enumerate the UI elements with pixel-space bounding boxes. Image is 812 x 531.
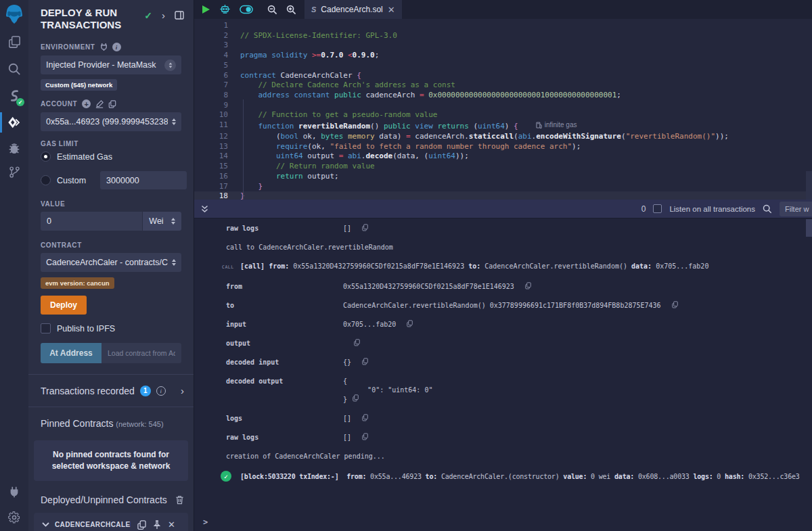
code-editor-region: S CadenceArch.sol ✕ 12// SPDX-License-Id…: [194, 0, 812, 200]
copy-account-icon[interactable]: [108, 100, 116, 108]
copy-icon[interactable]: [672, 301, 678, 308]
at-address-button[interactable]: At Address: [41, 343, 102, 363]
code-line[interactable]: 2// SPDX-License-Identifier: GPL-3.0: [194, 31, 812, 41]
code-line[interactable]: 3: [194, 41, 812, 51]
value-input[interactable]: [41, 212, 142, 231]
code-line[interactable]: 6contract CadenceArchCaler {: [194, 71, 812, 81]
copy-icon[interactable]: [407, 320, 413, 327]
terminal-row-value: [343, 339, 360, 348]
zoom-in-icon[interactable]: [286, 5, 296, 15]
block-log-text[interactable]: [block:5033220 txIndex:-] from: 0x55a...…: [240, 472, 800, 481]
toggle-icon[interactable]: [240, 5, 253, 14]
debugger-icon[interactable]: [0, 141, 28, 155]
copy-icon[interactable]: [362, 414, 368, 421]
environment-select[interactable]: Injected Provider - MetaMask: [41, 55, 181, 74]
deploy-button[interactable]: Deploy: [41, 296, 87, 315]
terminal-row-value: CadenceArchCaler.revertibleRandom() 0x37…: [343, 301, 678, 310]
copy-icon[interactable]: [362, 224, 368, 231]
close-contract-icon[interactable]: ✕: [168, 520, 175, 530]
copy-icon[interactable]: [353, 394, 359, 402]
file-explorer-icon[interactable]: [0, 35, 28, 49]
code-line[interactable]: 11 function revertibleRandom() public vi…: [194, 120, 812, 132]
custom-gas-input[interactable]: [100, 171, 187, 189]
line-number: 10: [194, 110, 238, 120]
code-line[interactable]: 10 // Function to get a pseudo-random va…: [194, 110, 812, 120]
value-unit-select[interactable]: Wei: [142, 212, 181, 231]
terminal-row-label: decoded input: [226, 358, 343, 367]
environment-info-icon[interactable]: i: [112, 43, 121, 51]
copy-icon[interactable]: [362, 433, 368, 440]
line-content: [238, 41, 240, 51]
account-select[interactable]: 0x55a...46923 (999.9999453238: [41, 112, 181, 131]
terminal-row: decoded input{}: [194, 358, 812, 367]
settings-icon[interactable]: [0, 511, 28, 524]
run-script-icon[interactable]: [201, 5, 210, 14]
call-tag: call: [222, 263, 240, 272]
code-line[interactable]: 5: [194, 61, 812, 71]
search-icon[interactable]: [0, 62, 28, 76]
code-line[interactable]: 16 return output;: [194, 172, 812, 182]
chevron-right-icon[interactable]: ›: [181, 385, 184, 396]
git-icon[interactable]: [0, 166, 28, 179]
terminal-filter-input[interactable]: [780, 202, 812, 216]
code-line[interactable]: 4pragma solidity >=0.7.0 <0.9.0;: [194, 51, 812, 61]
code-line[interactable]: 12 (bool ok, bytes memory data) = cadenc…: [194, 132, 812, 142]
copy-icon[interactable]: [354, 339, 360, 346]
custom-gas-radio[interactable]: [41, 175, 51, 185]
estimated-gas-label: Estimated Gas: [57, 152, 112, 162]
code-line[interactable]: 17 }: [194, 182, 812, 192]
custom-gas-label: Custom: [57, 176, 86, 185]
terminal-prompt[interactable]: >: [203, 517, 208, 527]
text-segment: address: [258, 91, 290, 99]
copy-icon[interactable]: [362, 358, 368, 365]
estimated-gas-radio[interactable]: [41, 152, 51, 162]
code-line[interactable]: 15 // Return random value: [194, 162, 812, 172]
code-line[interactable]: 8 address constant public cadenceArch = …: [194, 91, 812, 101]
publish-ipfs-checkbox[interactable]: [41, 323, 51, 333]
code-line[interactable]: 9: [194, 101, 812, 111]
transactions-info-icon[interactable]: i: [156, 386, 166, 396]
tab-cadencearch-sol[interactable]: S CadenceArch.sol ✕: [304, 0, 402, 19]
at-address-input[interactable]: [102, 343, 181, 363]
code-line[interactable]: 7 // Declare Cadence Arch's address as a…: [194, 80, 812, 91]
copy-address-icon[interactable]: [137, 520, 146, 530]
plugin-manager-icon[interactable]: [0, 485, 28, 499]
code-line[interactable]: 13 require(ok, "failed to fetch a random…: [194, 142, 812, 152]
solidity-file-icon: S: [311, 5, 316, 14]
contract-select[interactable]: CadenceArchCaler - contracts/Cac: [41, 253, 181, 272]
terminal-row-value: []: [343, 224, 368, 233]
deploy-run-icon[interactable]: [0, 115, 28, 130]
transactions-recorded-row[interactable]: Transactions recorded 1 i ›: [28, 375, 194, 407]
text-segment: (: [469, 122, 478, 131]
remixai-icon[interactable]: [219, 4, 231, 15]
pin-contract-icon[interactable]: [153, 520, 161, 530]
terminal-row: decoded output{ "0": "uint64: 0"}: [194, 377, 812, 404]
text-segment: uint64: [428, 152, 455, 160]
zoom-out-icon[interactable]: [267, 5, 277, 15]
code-line[interactable]: 18}: [194, 191, 812, 200]
pin-panel-icon[interactable]: [175, 11, 184, 20]
code-line[interactable]: 14 uint64 output = abi.decode(data, (uin…: [194, 152, 812, 162]
listen-all-transactions-checkbox[interactable]: [653, 204, 662, 213]
solidity-compiler-icon[interactable]: ✓: [0, 89, 28, 103]
terminal-search-icon[interactable]: [763, 204, 772, 214]
close-tab-icon[interactable]: ✕: [388, 5, 395, 15]
terminal-scrollbar[interactable]: [806, 219, 812, 237]
chevron-updown-icon: [172, 259, 176, 266]
code-editor[interactable]: 12// SPDX-License-Identifier: GPL-3.034p…: [194, 19, 812, 200]
line-number: 14: [194, 152, 238, 162]
clear-deployed-icon[interactable]: [175, 495, 184, 505]
sign-message-icon[interactable]: [95, 100, 104, 108]
contract-value: CadenceArchCaler - contracts/Cac: [46, 258, 168, 267]
chevron-down-icon[interactable]: [42, 522, 49, 527]
fork-environment-icon[interactable]: [100, 43, 108, 51]
expand-terminal-icon[interactable]: [201, 205, 208, 213]
copy-icon[interactable]: [525, 282, 531, 290]
editor-scrollbar[interactable]: [806, 171, 812, 200]
line-content: (bool ok, bytes memory data) = cadenceAr…: [238, 132, 729, 142]
collapse-panel-icon[interactable]: ›: [162, 9, 165, 21]
call-log-text[interactable]: [call] from: 0x55a1320D432759960C5Df0215…: [240, 262, 708, 271]
add-account-icon[interactable]: +: [82, 99, 91, 108]
text-segment: uint64: [478, 122, 505, 131]
code-line[interactable]: 1: [194, 21, 812, 31]
